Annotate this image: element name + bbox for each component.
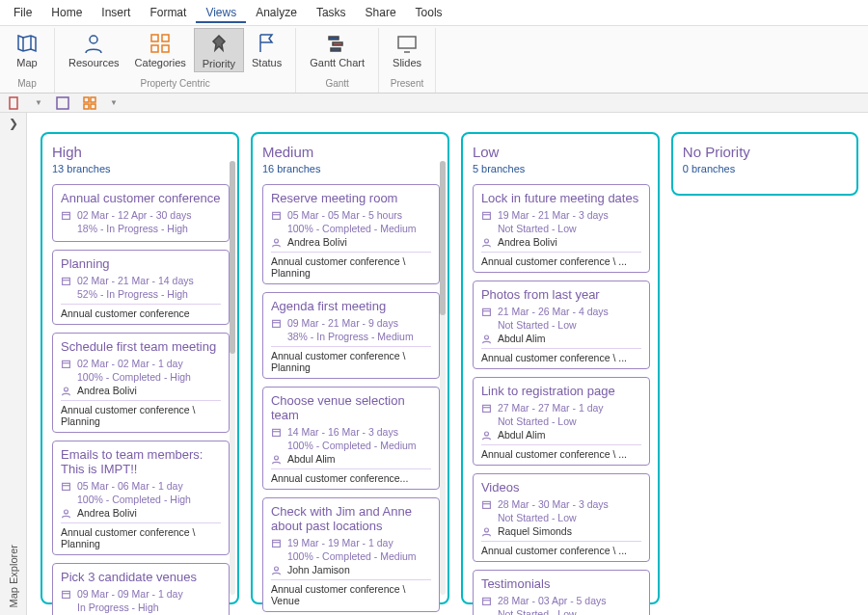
person-icon <box>481 334 492 344</box>
card-status: Not Started - Low <box>498 415 577 427</box>
ribbon-priority-button[interactable]: Priority <box>194 28 244 72</box>
svg-rect-12 <box>57 97 68 109</box>
ribbon-status-button[interactable]: Status <box>244 28 289 72</box>
card-date: 02 Mar - 21 Mar - 14 days <box>77 275 194 286</box>
menu-analyze[interactable]: Analyze <box>246 2 307 23</box>
scrollbar[interactable] <box>230 161 235 595</box>
quick-toolbar: ▼ ▼ <box>0 94 868 113</box>
task-card[interactable]: Lock in future meeting dates19 Mar - 21 … <box>473 184 650 273</box>
task-card[interactable]: Link to registration page27 Mar - 27 Mar… <box>473 377 650 466</box>
scrollbar[interactable] <box>440 161 446 595</box>
ribbon-gantt-chart-button[interactable]: Gantt Chart <box>302 28 372 70</box>
person-icon <box>481 526 492 537</box>
calendar-icon <box>61 359 71 369</box>
card-assignee: Andrea Bolivi <box>287 236 347 248</box>
card-status: 100% - Completed - Medium <box>287 223 417 234</box>
person-icon <box>271 454 282 465</box>
task-card[interactable]: Planning02 Mar - 21 Mar - 14 days52% - I… <box>52 250 230 325</box>
menu-home[interactable]: Home <box>41 2 92 23</box>
card-assignee: Andrea Bolivi <box>77 385 137 396</box>
calendar-icon <box>481 403 492 414</box>
task-card[interactable]: Testimonials28 Mar - 03 Apr - 5 daysNot … <box>473 570 650 615</box>
card-title: Lock in future meeting dates <box>481 191 641 205</box>
task-card[interactable]: Choose venue selection team14 Mar - 16 M… <box>262 387 440 490</box>
menu-insert[interactable]: Insert <box>92 2 140 23</box>
task-card[interactable]: Emails to team members: This is IMPT!!05… <box>52 441 230 555</box>
card-breadcrumb: Annual customer conference \ ... <box>481 541 641 556</box>
calendar-icon <box>481 210 492 221</box>
ribbon-group: SlidesPresent <box>379 28 436 93</box>
calendar-icon <box>481 596 492 606</box>
menu-share[interactable]: Share <box>356 2 406 23</box>
ribbon-group-label: Gantt <box>325 78 348 91</box>
expand-panel-icon[interactable]: ❯ <box>9 117 18 130</box>
task-card[interactable]: Reserve meeting room05 Mar - 05 Mar - 5 … <box>262 184 440 284</box>
card-title: Planning <box>61 256 221 271</box>
ribbon: MapMapResourcesCategoriesPriorityStatusP… <box>0 26 868 94</box>
task-card[interactable]: Check with Jim and Anne about past locat… <box>262 497 440 612</box>
column-count: 0 branches <box>683 163 849 174</box>
map-icon <box>15 32 39 55</box>
calendar-icon <box>61 276 71 286</box>
card-breadcrumb: Annual customer conference <box>61 304 221 319</box>
clipboard-icon[interactable] <box>8 96 21 110</box>
side-rail: ❯ Map Explorer <box>0 113 27 615</box>
card-status: 100% - Completed - High <box>77 371 191 383</box>
column-count: 16 branches <box>262 163 440 174</box>
task-card[interactable]: Photos from last year21 Mar - 26 Mar - 4… <box>473 281 650 369</box>
card-breadcrumb: Annual customer conference \ Planning <box>61 522 221 549</box>
menu-views[interactable]: Views <box>196 2 246 23</box>
calendar-icon <box>271 318 282 329</box>
card-date: 02 Mar - 12 Apr - 30 days <box>77 209 191 221</box>
ribbon-categories-button[interactable]: Categories <box>127 28 194 72</box>
ribbon-group: ResourcesCategoriesPriorityStatusPropert… <box>55 28 296 93</box>
grid-small-icon[interactable] <box>83 96 96 110</box>
column-no-priority: No Priority0 branches <box>671 132 858 196</box>
card-status: 100% - Completed - High <box>77 494 191 505</box>
save-icon[interactable] <box>56 96 69 110</box>
menu-bar: FileHomeInsertFormatViewsAnalyzeTasksSha… <box>0 0 868 26</box>
card-title: Check with Jim and Anne about past locat… <box>271 504 431 533</box>
card-breadcrumb: Annual customer conference \ ... <box>481 252 641 267</box>
card-assignee: Andrea Bolivi <box>77 507 137 519</box>
card-assignee: Abdul Alim <box>287 453 336 465</box>
dropdown-caret-icon[interactable]: ▼ <box>35 98 42 107</box>
card-title: Link to registration page <box>481 384 641 398</box>
column-low: Low5 branchesLock in future meeting date… <box>461 132 660 604</box>
menu-file[interactable]: File <box>4 2 41 23</box>
card-date: 19 Mar - 21 Mar - 3 days <box>498 209 609 221</box>
menu-format[interactable]: Format <box>140 2 196 23</box>
task-card[interactable]: Pick 3 candidate venues09 Mar - 09 Mar -… <box>52 563 230 615</box>
grid-icon <box>149 32 172 55</box>
card-status: 38% - In Progress - Medium <box>287 331 414 342</box>
ribbon-map-button[interactable]: Map <box>6 28 48 70</box>
calendar-icon <box>271 427 282 438</box>
kanban-board: High13 branchesAnnual customer conferenc… <box>27 113 868 615</box>
task-card[interactable]: Annual customer conference02 Mar - 12 Ap… <box>52 184 230 242</box>
calendar-icon <box>271 210 282 221</box>
ribbon-resources-button[interactable]: Resources <box>61 28 127 72</box>
ribbon-slides-button[interactable]: Slides <box>385 28 429 70</box>
person-icon <box>82 32 105 55</box>
pin-icon <box>207 33 231 56</box>
person-icon <box>271 565 282 575</box>
card-title: Emails to team members: This is IMPT!! <box>61 447 221 476</box>
person-icon <box>271 237 282 248</box>
menu-tools[interactable]: Tools <box>406 2 452 23</box>
dropdown-caret-icon[interactable]: ▼ <box>110 98 118 107</box>
task-card[interactable]: Schedule first team meeting02 Mar - 02 M… <box>52 333 230 433</box>
card-title: Agenda first meeting <box>271 299 431 313</box>
task-card[interactable]: Videos28 Mar - 30 Mar - 3 daysNot Starte… <box>473 473 650 562</box>
card-title: Reserve meeting room <box>271 191 431 205</box>
calendar-icon <box>61 210 71 221</box>
card-status: Not Started - Low <box>498 608 577 615</box>
card-breadcrumb: Annual customer conference \ ... <box>481 348 641 363</box>
card-breadcrumb: Annual customer conference... <box>271 468 431 484</box>
card-status: 18% - In Progress - High <box>77 223 188 234</box>
card-status: Not Started - Low <box>498 223 577 234</box>
person-icon <box>481 430 492 441</box>
task-card[interactable]: Agenda first meeting09 Mar - 21 Mar - 9 … <box>262 292 440 379</box>
svg-rect-16 <box>91 104 95 109</box>
menu-tasks[interactable]: Tasks <box>307 2 356 23</box>
card-status: 100% - Completed - Medium <box>287 550 417 562</box>
